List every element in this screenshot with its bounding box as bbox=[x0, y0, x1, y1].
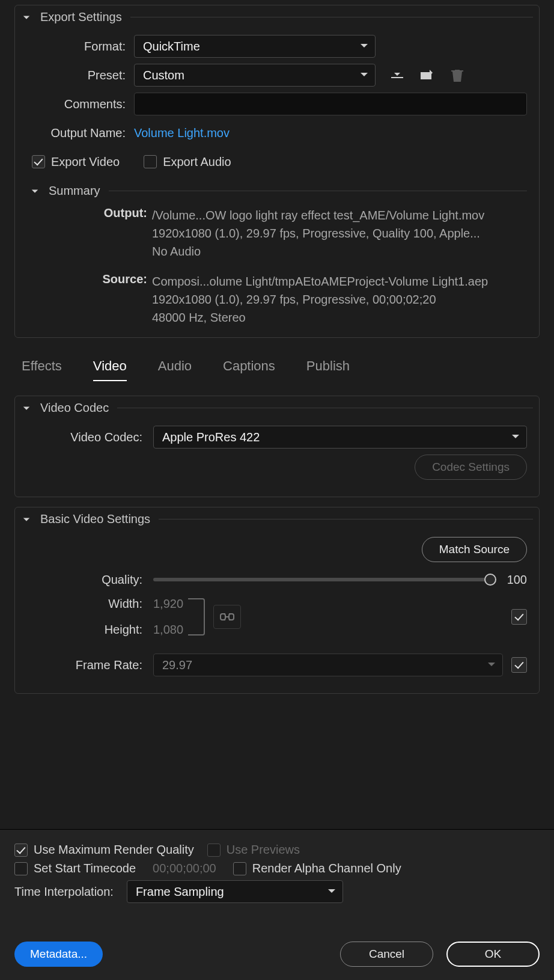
chevron-down-icon bbox=[487, 654, 496, 676]
export-audio-checkbox[interactable]: Export Audio bbox=[144, 155, 231, 169]
chevron-down-icon bbox=[359, 64, 369, 86]
basic-video-panel: Basic Video Settings Match Source Qualit… bbox=[14, 507, 540, 694]
summary-block: Output: /Volume...OW logo light ray effe… bbox=[27, 203, 527, 326]
chevron-down-icon[interactable] bbox=[29, 186, 40, 197]
render-alpha-checkbox[interactable]: Render Alpha Channel Only bbox=[233, 862, 401, 875]
match-source-framerate-checkbox[interactable] bbox=[511, 657, 527, 673]
import-preset-icon[interactable] bbox=[419, 68, 436, 82]
frame-rate-label: Frame Rate: bbox=[27, 658, 153, 672]
format-label: Format: bbox=[27, 40, 134, 54]
svg-rect-2 bbox=[229, 614, 234, 620]
comments-input[interactable] bbox=[134, 93, 527, 115]
export-settings-panel: Export Settings Format: QuickTime Preset… bbox=[14, 5, 540, 338]
basic-video-title: Basic Video Settings bbox=[40, 512, 150, 526]
format-dropdown[interactable]: QuickTime bbox=[134, 35, 376, 58]
video-codec-label: Video Codec: bbox=[27, 430, 153, 444]
slider-knob[interactable] bbox=[484, 574, 496, 586]
cancel-button[interactable]: Cancel bbox=[340, 942, 433, 967]
set-start-timecode-checkbox[interactable]: Set Start Timecode bbox=[14, 862, 136, 875]
width-value[interactable]: 1,920 bbox=[153, 597, 183, 611]
match-source-dimensions-checkbox[interactable] bbox=[511, 609, 527, 625]
quality-value: 100 bbox=[507, 573, 527, 587]
video-codec-panel: Video Codec Video Codec: Apple ProRes 42… bbox=[14, 396, 540, 497]
start-timecode-value[interactable]: 00;00;00;00 bbox=[149, 862, 220, 875]
max-render-quality-checkbox[interactable]: Use Maximum Render Quality bbox=[14, 843, 194, 857]
bracket-icon bbox=[188, 598, 205, 635]
chevron-down-icon[interactable] bbox=[21, 514, 32, 525]
tab-captions[interactable]: Captions bbox=[223, 358, 275, 381]
tab-audio[interactable]: Audio bbox=[158, 358, 192, 381]
quality-label: Quality: bbox=[27, 573, 153, 587]
chevron-down-icon bbox=[327, 881, 336, 902]
svg-rect-1 bbox=[221, 614, 225, 620]
height-label: Height: bbox=[27, 623, 153, 637]
time-interpolation-label: Time Interpolation: bbox=[14, 885, 114, 899]
export-settings-title: Export Settings bbox=[40, 10, 122, 24]
output-name-label: Output Name: bbox=[27, 126, 134, 140]
comments-label: Comments: bbox=[27, 97, 134, 111]
footer: Use Maximum Render Quality Use Previews … bbox=[0, 829, 554, 980]
quality-slider[interactable] bbox=[153, 578, 495, 581]
video-codec-title: Video Codec bbox=[40, 401, 109, 415]
width-label: Width: bbox=[27, 597, 153, 611]
ok-button[interactable]: OK bbox=[446, 942, 540, 967]
use-previews-checkbox: Use Previews bbox=[207, 843, 300, 857]
summary-source-text: Composi...olume Light/tmpAEtoAMEProject-… bbox=[152, 272, 527, 326]
tab-publish[interactable]: Publish bbox=[306, 358, 350, 381]
chevron-down-icon bbox=[511, 426, 520, 448]
tab-bar: Effects Video Audio Captions Publish bbox=[0, 348, 554, 381]
codec-settings-button: Codec Settings bbox=[415, 455, 527, 480]
summary-title: Summary bbox=[49, 184, 100, 198]
chevron-down-icon[interactable] bbox=[21, 403, 32, 414]
metadata-button[interactable]: Metadata... bbox=[14, 942, 103, 967]
height-value[interactable]: 1,080 bbox=[153, 623, 183, 637]
chevron-down-icon bbox=[359, 35, 369, 57]
link-dimensions-toggle[interactable] bbox=[213, 605, 241, 629]
tab-video[interactable]: Video bbox=[93, 358, 127, 381]
preset-label: Preset: bbox=[27, 69, 134, 82]
summary-output-text: /Volume...OW logo light ray effect test_… bbox=[152, 206, 527, 260]
match-source-button[interactable]: Match Source bbox=[422, 537, 527, 562]
output-name-link[interactable]: Volume Light.mov bbox=[134, 126, 230, 140]
delete-preset-icon bbox=[449, 68, 466, 82]
time-interpolation-dropdown[interactable]: Frame Sampling bbox=[127, 880, 343, 903]
preset-dropdown[interactable]: Custom bbox=[134, 64, 376, 87]
video-codec-dropdown[interactable]: Apple ProRes 422 bbox=[153, 426, 527, 449]
save-preset-icon[interactable] bbox=[389, 68, 406, 82]
chevron-down-icon[interactable] bbox=[21, 12, 32, 23]
frame-rate-dropdown: 29.97 bbox=[153, 654, 503, 676]
export-video-checkbox[interactable]: Export Video bbox=[32, 155, 120, 169]
tab-effects[interactable]: Effects bbox=[22, 358, 62, 381]
